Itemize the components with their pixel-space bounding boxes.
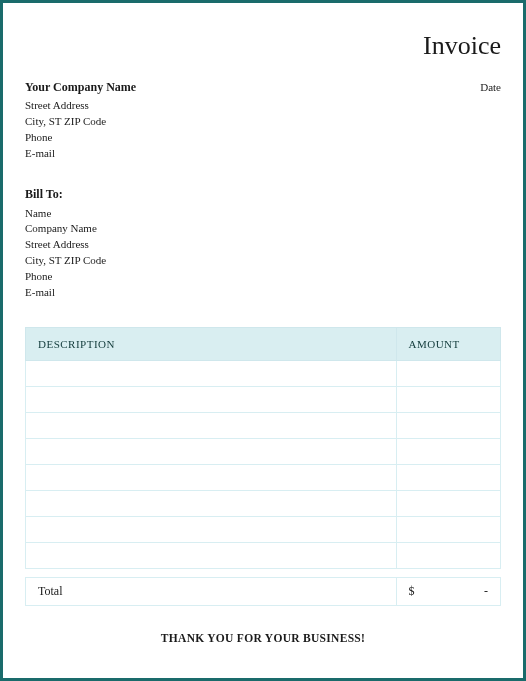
billto-company: Company Name <box>25 221 501 237</box>
invoice-page: Invoice Your Company Name Street Address… <box>0 0 526 681</box>
cell-description <box>26 413 397 439</box>
billto-phone: Phone <box>25 269 501 285</box>
billto-heading: Bill To: <box>25 186 501 203</box>
cell-description <box>26 387 397 413</box>
col-header-amount: AMOUNT <box>396 328 501 361</box>
total-table: Total $ - <box>25 577 501 606</box>
cell-description <box>26 543 397 569</box>
header-row: Invoice <box>25 31 501 61</box>
cell-amount <box>396 439 501 465</box>
cell-description <box>26 465 397 491</box>
cell-amount <box>396 413 501 439</box>
table-row <box>26 387 501 413</box>
company-city-st-zip: City, ST ZIP Code <box>25 114 136 130</box>
table-row <box>26 517 501 543</box>
meta-row: Your Company Name Street Address City, S… <box>25 79 501 162</box>
billto-street: Street Address <box>25 237 501 253</box>
invoice-title: Invoice <box>423 31 501 61</box>
billto-name: Name <box>25 206 501 222</box>
cell-amount <box>396 491 501 517</box>
billto-city-st-zip: City, ST ZIP Code <box>25 253 501 269</box>
thank-you-message: THANK YOU FOR YOUR BUSINESS! <box>25 632 501 644</box>
company-name: Your Company Name <box>25 79 136 96</box>
total-amount-cell: $ - <box>396 578 501 606</box>
cell-amount <box>396 517 501 543</box>
col-header-description: DESCRIPTION <box>26 328 397 361</box>
table-row <box>26 413 501 439</box>
total-value: - <box>484 584 488 599</box>
cell-amount <box>396 361 501 387</box>
table-row <box>26 543 501 569</box>
table-row <box>26 465 501 491</box>
cell-description <box>26 517 397 543</box>
company-block: Your Company Name Street Address City, S… <box>25 79 136 162</box>
items-tbody <box>26 361 501 569</box>
cell-amount <box>396 387 501 413</box>
cell-amount <box>396 465 501 491</box>
billto-block: Bill To: Name Company Name Street Addres… <box>25 186 501 301</box>
company-email: E-mail <box>25 146 136 162</box>
company-street: Street Address <box>25 98 136 114</box>
currency-symbol: $ <box>409 584 415 599</box>
items-table: DESCRIPTION AMOUNT <box>25 327 501 569</box>
cell-description <box>26 491 397 517</box>
table-row <box>26 361 501 387</box>
billto-email: E-mail <box>25 285 501 301</box>
company-phone: Phone <box>25 130 136 146</box>
table-row <box>26 439 501 465</box>
cell-description <box>26 361 397 387</box>
table-row <box>26 491 501 517</box>
total-label: Total <box>26 578 397 606</box>
cell-amount <box>396 543 501 569</box>
date-label: Date <box>480 79 501 93</box>
cell-description <box>26 439 397 465</box>
